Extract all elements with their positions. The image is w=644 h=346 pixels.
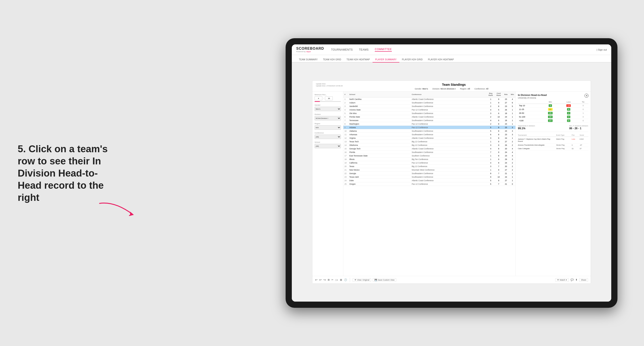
- toolbar-undo-btn[interactable]: ↩: [315, 278, 318, 282]
- cell-win: 3: [509, 129, 516, 133]
- cell-reg-rank: 8: [487, 172, 495, 175]
- table-row[interactable]: 24 Duke Atlantic Coast Conference 5 9 27…: [343, 179, 516, 182]
- toolbar-plus-btn[interactable]: ⊕: [340, 278, 342, 282]
- tournament-event-type: Stroke Play: [556, 144, 572, 146]
- save-custom-view-btn[interactable]: 💾 Save Custom View: [373, 278, 396, 282]
- cell-reg-rank: 5: [487, 179, 495, 182]
- filter-gender: Gender Men's: [314, 104, 341, 111]
- table-row[interactable]: 9 Arizona Pac-12 Conference 5 8 23 3: [343, 126, 516, 129]
- table-row[interactable]: 4 Arizona State Pac-12 Conference 4 5 26…: [343, 108, 516, 112]
- sub-nav-h2h-grid[interactable]: TEAM H2H GRID: [320, 57, 344, 62]
- table-row[interactable]: 5 Ole Miss Southeastern Conference 3 6 1…: [343, 112, 516, 115]
- table-row[interactable]: 7 Tennessee Southeastern Conference 4 6 …: [343, 119, 516, 122]
- cell-school: Georgia Tech: [348, 147, 410, 151]
- cell-conference: Atlantic Coast Conference: [410, 97, 487, 101]
- update-time: Update time: Update time: 27/03/2024 15:…: [316, 83, 343, 87]
- table-row[interactable]: 21 New Mexico Mountain West Conference 1…: [343, 168, 516, 172]
- nav-teams[interactable]: TEAMS: [359, 48, 369, 51]
- sub-nav-player-summary[interactable]: PLAYER SUMMARY: [372, 57, 399, 62]
- cell-conference: Pac-12 Conference: [410, 126, 487, 129]
- table-row[interactable]: 3 Vanderbilt Southeastern Conference 2 8…: [343, 105, 516, 108]
- toolbar-redo2-btn[interactable]: ↪: [324, 278, 326, 282]
- cell-school: Oklahoma: [348, 143, 410, 147]
- filter-region: Region N/A: [314, 123, 341, 130]
- h2h-tie: 0: [578, 119, 588, 123]
- table-row[interactable]: 11 Arkansas Southeastern Conference 6 8 …: [343, 133, 516, 136]
- cell-reg-rank: 2: [487, 115, 495, 119]
- table-row[interactable]: 8 Washington Pac-12 Conference 2 8 23 1: [343, 122, 516, 126]
- cell-win: 4: [509, 97, 516, 101]
- toolbar-cut-btn[interactable]: ✂: [332, 278, 334, 281]
- school-select[interactable]: (All): [314, 144, 341, 148]
- sub-nav-player-h2h-heatmap[interactable]: PLAYER H2H HEATMAP: [426, 57, 456, 62]
- opponents-stat: Opponents in division: 99.1%: [518, 125, 536, 130]
- table-row[interactable]: 13 Texas Tech Big 12 Conference 1 9 27 2: [343, 140, 516, 143]
- table-row[interactable]: 18 Illinois Big Ten Conference 1 9 29 3: [343, 158, 516, 161]
- sub-nav-h2h-heatmap[interactable]: TEAM H2H HEATMAP: [344, 57, 372, 62]
- tournament-pos: 11: [572, 148, 580, 150]
- watch-chevron-icon: ▾: [566, 279, 567, 281]
- sign-out[interactable]: | Sign out: [597, 48, 607, 51]
- cell-school: Auburn: [348, 101, 410, 105]
- filter-division: Division NCAA Division I: [314, 113, 341, 120]
- sub-nav-team-summary[interactable]: TEAM SUMMARY: [296, 57, 320, 62]
- watch-btn[interactable]: 👁 Watch ▾: [555, 278, 569, 282]
- toolbar-clock-btn[interactable]: 🕐: [344, 278, 347, 281]
- table-row[interactable]: 19 California Pac-12 Conference 4 8 24 2: [343, 161, 516, 165]
- table-row[interactable]: 17 East Tennessee State Southern Confere…: [343, 154, 516, 158]
- nav-committee[interactable]: COMMITTEE: [375, 48, 392, 52]
- cell-rank: 5: [343, 112, 348, 115]
- cell-conference: Big 12 Conference: [410, 165, 487, 168]
- nav-tournaments[interactable]: TOURNAMENTS: [331, 48, 353, 51]
- table-row[interactable]: 16 Florida Southeastern Conference 7 9 2…: [343, 151, 516, 154]
- col-header-school: School: [348, 91, 410, 97]
- division-select[interactable]: NCAA Division I: [314, 116, 341, 120]
- cell-win: 4: [509, 147, 516, 151]
- toolbar-copy-btn[interactable]: □+: [335, 279, 338, 281]
- table-row[interactable]: 12 Virginia Atlantic Coast Conference 3 …: [343, 136, 516, 140]
- cell-conf-rank: 8: [495, 147, 503, 151]
- cell-conference: Southeastern Conference: [410, 129, 487, 133]
- h2h-win: 11: [541, 108, 560, 111]
- toolbar-view-btn[interactable]: 👁 View: Original: [353, 278, 371, 282]
- min-rounds-min-input[interactable]: [314, 96, 322, 100]
- table-row[interactable]: 23 Texas A&M Southeastern Conference 9 1…: [343, 175, 516, 179]
- table-row[interactable]: 22 Georgia Southeastern Conference 8 7 2…: [343, 172, 516, 175]
- share-btn[interactable]: Share: [579, 278, 588, 282]
- h2h-tie: 0: [578, 104, 588, 108]
- upload-btn[interactable]: ⬆: [576, 278, 578, 281]
- cell-reg-rank: 1: [487, 97, 495, 101]
- cell-rds: 18: [503, 112, 509, 115]
- cell-school: Arkansas: [348, 133, 410, 136]
- table-row[interactable]: 14 Oklahoma Big 12 Conference 3 9 26 2: [343, 143, 516, 147]
- cell-conference: Southeastern Conference: [410, 112, 487, 115]
- sub-nav-player-h2h-grid[interactable]: PLAYER H2H GRID: [399, 57, 426, 62]
- h2h-range: Top 10: [518, 104, 541, 108]
- cell-school: Ole Miss: [348, 112, 410, 115]
- h2h-row: Top 10 3 13 0: [518, 104, 588, 108]
- toolbar-redo-btn[interactable]: ↩: [319, 278, 322, 282]
- table-row[interactable]: 1 North Carolina Atlantic Coast Conferen…: [343, 97, 516, 101]
- conference-select[interactable]: (All): [314, 135, 341, 139]
- comment-btn[interactable]: 💬: [570, 278, 574, 281]
- cell-rds: 27: [503, 179, 509, 182]
- table-row[interactable]: 25 Oregon Pac-12 Conference 5 7 21 0: [343, 182, 516, 186]
- toolbar-grid-btn[interactable]: ⊞: [328, 278, 330, 281]
- table-row[interactable]: 2 Auburn Southeastern Conference 1 9 27 …: [343, 101, 516, 105]
- region-select[interactable]: N/A: [314, 125, 341, 130]
- cell-reg-rank: 4: [487, 119, 495, 122]
- cell-reg-rank: 1: [487, 158, 495, 161]
- tournament-score: 2-3-0: [580, 138, 588, 140]
- stat-row: Opponents in division: 99.1% W-L-T recor…: [518, 125, 588, 132]
- min-rounds-max-input[interactable]: [325, 96, 333, 100]
- panel-close-btn[interactable]: ✕: [584, 94, 588, 98]
- cell-win: 3: [509, 126, 516, 129]
- cell-rank: 3: [343, 105, 348, 108]
- t-col-pos: Pos: [572, 134, 580, 136]
- table-row[interactable]: 20 Texas Big 12 Conference 3 7 20 2: [343, 165, 516, 168]
- table-row[interactable]: 10 Alabama Southeastern Conference 5 8 2…: [343, 129, 516, 133]
- gender-select[interactable]: Men's: [314, 107, 341, 111]
- table-row[interactable]: 6 Florida State Atlantic Coast Conferenc…: [343, 115, 516, 119]
- table-row[interactable]: 15 Georgia Tech Atlantic Coast Conferenc…: [343, 147, 516, 151]
- cell-win: 1: [509, 179, 516, 182]
